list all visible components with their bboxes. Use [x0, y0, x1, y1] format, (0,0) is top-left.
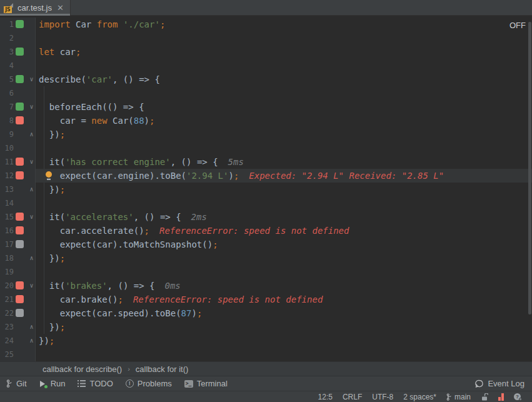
code-line-3[interactable]: 3let car; [0, 45, 532, 59]
code-line-18[interactable]: 18∧ }); [0, 251, 532, 265]
code-line-21[interactable]: 21 car.brake();ReferenceError: speed is … [0, 293, 532, 306]
line-number[interactable]: 10 [0, 141, 14, 155]
readonly-toggle[interactable] [481, 393, 488, 401]
code-line-11[interactable]: 11∨ it('has correct engine', () => {5ms [0, 155, 532, 169]
coverage-indicator-pass[interactable] [16, 75, 24, 83]
fold-open-icon[interactable]: ∨ [28, 210, 36, 224]
breadcrumb-item-it[interactable]: callback for it() [136, 364, 189, 374]
code-line-22[interactable]: 22 expect(car.speed).toBe(87); [0, 306, 532, 320]
event-log-button[interactable]: Event Log [475, 379, 524, 388]
line-number[interactable]: 14 [0, 196, 14, 210]
code-text: car = new Car(88); [36, 114, 154, 128]
caret-position[interactable]: 12:5 [318, 393, 333, 401]
line-number[interactable]: 18 [0, 251, 14, 265]
toolwindow-problems-label: Problems [138, 379, 172, 388]
code-line-5[interactable]: 5∨describe('car', () => { [0, 73, 532, 86]
toolwindow-terminal[interactable]: >_ Terminal [184, 379, 228, 388]
code-line-14[interactable]: 14 [0, 196, 532, 210]
line-number[interactable]: 21 [0, 293, 14, 306]
line-number[interactable]: 16 [0, 224, 14, 238]
line-number[interactable]: 7 [0, 100, 14, 114]
line-number[interactable]: 24 [0, 334, 14, 348]
fold-open-icon[interactable]: ∨ [28, 155, 36, 169]
coverage-indicator-fail[interactable] [16, 171, 24, 179]
git-branch-widget[interactable]: main [446, 393, 471, 401]
code-line-24[interactable]: 24∧}); [0, 334, 532, 348]
encoding-indicator[interactable]: UTF-8 [372, 393, 393, 401]
fold-open-icon[interactable]: ∨ [28, 100, 36, 114]
line-number[interactable]: 6 [0, 86, 14, 100]
code-line-16[interactable]: 16 car.accelerate();ReferenceError: spee… [0, 224, 532, 238]
js-file-icon: JS [4, 3, 14, 13]
fold-close-icon[interactable]: ∧ [28, 183, 36, 196]
fold-open-icon[interactable]: ∨ [28, 73, 36, 86]
line-number[interactable]: 19 [0, 265, 14, 279]
coverage-indicator-fail[interactable] [16, 226, 24, 234]
fold-close-icon[interactable]: ∧ [28, 128, 36, 141]
line-number[interactable]: 12 [0, 169, 14, 183]
fold-open-icon[interactable]: ∨ [28, 279, 36, 293]
code-text: }); [36, 251, 65, 265]
line-number[interactable]: 1 [0, 18, 14, 31]
tab-close-icon[interactable]: ✕ [57, 4, 64, 12]
toolwindow-todo[interactable]: TODO [78, 379, 113, 388]
code-line-2[interactable]: 2 [0, 31, 532, 45]
line-number[interactable]: 23 [0, 320, 14, 334]
indent-indicator[interactable]: 2 spaces* [403, 393, 436, 401]
coverage-indicator-skip[interactable] [16, 309, 24, 317]
coverage-indicator-fail[interactable] [16, 158, 24, 166]
ide-hints-widget[interactable]: ? [514, 393, 522, 401]
fold-close-icon[interactable]: ∧ [28, 334, 36, 348]
code-line-15[interactable]: 15∨ it('accelerates', () => {2ms [0, 210, 532, 224]
line-number[interactable]: 3 [0, 45, 14, 59]
fold-close-icon[interactable]: ∧ [28, 320, 36, 334]
line-number[interactable]: 5 [0, 73, 14, 86]
line-number[interactable]: 2 [0, 31, 14, 45]
coverage-indicator-skip[interactable] [16, 240, 24, 248]
coverage-indicator-fail[interactable] [16, 213, 24, 221]
code-line-6[interactable]: 6 [0, 86, 532, 100]
coverage-indicator-fail[interactable] [16, 281, 24, 289]
code-editor[interactable]: 1import Car from './car';23let car;45∨de… [0, 16, 532, 361]
wallaby-off-indicator[interactable]: OFF [509, 21, 526, 30]
code-line-8[interactable]: 8 car = new Car(88); [0, 114, 532, 128]
code-line-17[interactable]: 17 expect(car).toMatchSnapshot(); [0, 238, 532, 251]
line-number[interactable]: 25 [0, 348, 14, 361]
coverage-indicator-pass[interactable] [16, 103, 24, 111]
coverage-indicator-pass[interactable] [16, 48, 24, 56]
toolwindow-git[interactable]: Git [6, 379, 27, 388]
code-line-7[interactable]: 7∨ beforeEach(() => { [0, 100, 532, 114]
coverage-indicator-pass[interactable] [16, 20, 24, 28]
fold-close-icon[interactable]: ∧ [28, 251, 36, 265]
chevron-right-icon: › [128, 365, 130, 373]
line-number[interactable]: 4 [0, 59, 14, 73]
toolwindow-problems[interactable]: ! Problems [126, 379, 172, 388]
breadcrumb-item-describe[interactable]: callback for describe() [43, 364, 122, 374]
editor-scrollbar[interactable] [528, 16, 532, 361]
code-line-20[interactable]: 20∨ it('brakes', () => {0ms [0, 279, 532, 293]
code-line-13[interactable]: 13∧ }); [0, 183, 532, 196]
line-number[interactable]: 17 [0, 238, 14, 251]
line-number[interactable]: 8 [0, 114, 14, 128]
coverage-indicator-fail[interactable] [16, 295, 24, 303]
code-line-19[interactable]: 19 [0, 265, 532, 279]
coverage-indicator-fail[interactable] [16, 116, 24, 124]
code-line-10[interactable]: 10 [0, 141, 532, 155]
tab-car-test-js[interactable]: JS car.test.js ✕ [0, 0, 71, 16]
line-separator-indicator[interactable]: CRLF [343, 393, 362, 401]
scrollbar-thumb[interactable] [528, 22, 531, 314]
line-number[interactable]: 20 [0, 279, 14, 293]
line-number[interactable]: 11 [0, 155, 14, 169]
line-number[interactable]: 15 [0, 210, 14, 224]
test-coverage-indicator[interactable] [498, 393, 504, 401]
toolwindow-run[interactable]: Run [39, 379, 66, 388]
code-line-23[interactable]: 23∧ }); [0, 320, 532, 334]
code-line-4[interactable]: 4 [0, 59, 532, 73]
code-line-9[interactable]: 9∧ }); [0, 128, 532, 141]
line-number[interactable]: 22 [0, 306, 14, 320]
line-number[interactable]: 13 [0, 183, 14, 196]
line-number[interactable]: 9 [0, 128, 14, 141]
code-line-25[interactable]: 25 [0, 348, 532, 361]
code-line-1[interactable]: 1import Car from './car'; [0, 18, 532, 31]
code-line-12[interactable]: 12 expect(car.engine).toBe('2.94 L');Exp… [0, 169, 532, 183]
